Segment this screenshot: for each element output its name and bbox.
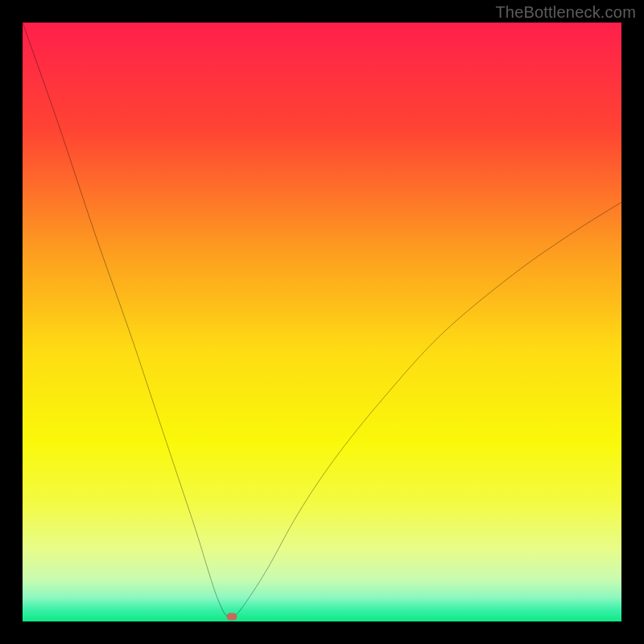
optimal-marker xyxy=(227,613,237,621)
watermark-text: TheBottleneck.com xyxy=(495,3,636,22)
bottleneck-curve xyxy=(23,23,621,621)
plot-area xyxy=(23,23,621,621)
curve-path xyxy=(23,23,621,617)
chart-frame: TheBottleneck.com xyxy=(0,0,644,644)
